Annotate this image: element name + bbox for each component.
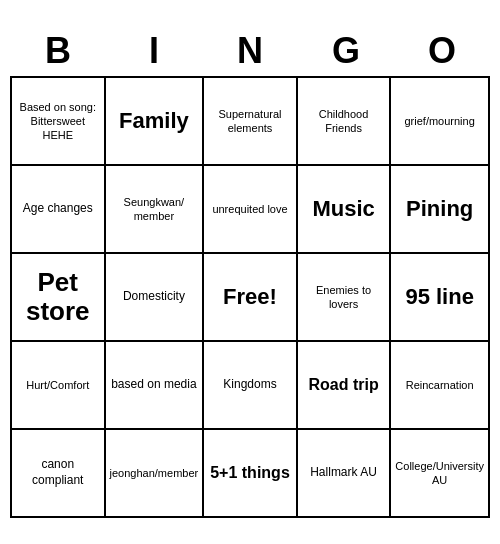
cell-4[interactable]: grief/mourning (391, 78, 490, 166)
bingo-grid: Based on song: Bittersweet HEHE Family S… (10, 76, 490, 518)
cell-11[interactable]: Domesticity (106, 254, 205, 342)
cell-24[interactable]: College/University AU (391, 430, 490, 518)
cell-7[interactable]: unrequited love (204, 166, 298, 254)
cell-6[interactable]: Seungkwan/ member (106, 166, 205, 254)
cell-12-free[interactable]: Free! (204, 254, 298, 342)
bingo-card: B I N G O Based on song: Bittersweet HEH… (10, 26, 490, 518)
cell-1[interactable]: Family (106, 78, 205, 166)
cell-0[interactable]: Based on song: Bittersweet HEHE (12, 78, 106, 166)
cell-21[interactable]: jeonghan/member (106, 430, 205, 518)
cell-8[interactable]: Music (298, 166, 392, 254)
cell-9[interactable]: Pining (391, 166, 490, 254)
header-g: G (302, 30, 390, 72)
cell-23[interactable]: Hallmark AU (298, 430, 392, 518)
cell-20[interactable]: canon compliant (12, 430, 106, 518)
cell-16[interactable]: based on media (106, 342, 205, 430)
cell-3[interactable]: Childhood Friends (298, 78, 392, 166)
cell-18[interactable]: Road trip (298, 342, 392, 430)
cell-10[interactable]: Pet store (12, 254, 106, 342)
cell-5[interactable]: Age changes (12, 166, 106, 254)
cell-2[interactable]: Supernatural elements (204, 78, 298, 166)
header-n: N (206, 30, 294, 72)
cell-22[interactable]: 5+1 things (204, 430, 298, 518)
header-o: O (398, 30, 486, 72)
header-i: I (110, 30, 198, 72)
bingo-header: B I N G O (10, 26, 490, 76)
cell-17[interactable]: Kingdoms (204, 342, 298, 430)
header-b: B (14, 30, 102, 72)
cell-15[interactable]: Hurt/Comfort (12, 342, 106, 430)
cell-14[interactable]: 95 line (391, 254, 490, 342)
cell-19[interactable]: Reincarnation (391, 342, 490, 430)
cell-13[interactable]: Enemies to lovers (298, 254, 392, 342)
